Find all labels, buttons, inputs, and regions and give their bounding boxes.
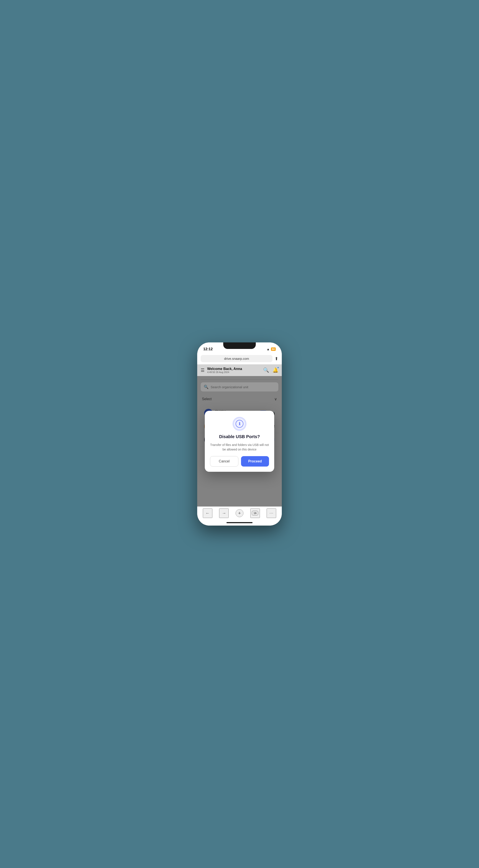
bell-button[interactable]: 🔔 (273, 367, 278, 373)
header-right: 🔍 🔔 (263, 367, 278, 373)
phone-screen: 12:12 ▲ 84 ⬆ ☰ Welcome Back, Anna 4:49:5… (197, 342, 282, 526)
add-tab-button[interactable]: + (235, 509, 244, 517)
home-indicator (197, 520, 282, 526)
phone-frame: 12:12 ▲ 84 ⬆ ☰ Welcome Back, Anna 4:49:5… (197, 342, 282, 526)
modal-description: Transfer of files and folders via USB wi… (210, 443, 269, 452)
more-button[interactable]: ··· (267, 508, 276, 518)
modal-dialog: ℹ Disable USB Ports? Transfer of files a… (205, 411, 274, 472)
status-time: 12:12 (203, 347, 213, 351)
app-content: 🔍 Search organizational unit Select ∨ CD… (197, 376, 282, 506)
url-bar: ⬆ (197, 353, 282, 364)
back-button[interactable]: ← (203, 508, 212, 518)
browser-bottom-bar: ← → + 16 ··· (197, 506, 282, 520)
wifi-icon: ▲ (267, 347, 270, 351)
modal-title: Disable USB Ports? (219, 434, 260, 439)
welcome-text: Welcome Back, Anna (207, 367, 242, 371)
cancel-button[interactable]: Cancel (210, 456, 238, 467)
notification-dot (277, 367, 279, 369)
modal-icon-wrapper: ℹ (232, 417, 247, 431)
modal-overlay: ℹ Disable USB Ports? Transfer of files a… (197, 376, 282, 506)
url-input[interactable] (201, 355, 273, 362)
home-bar (226, 522, 253, 523)
forward-button[interactable]: → (219, 508, 229, 518)
search-icon[interactable]: 🔍 (263, 367, 269, 373)
info-icon: ℹ (235, 420, 244, 428)
tab-count-button[interactable]: 16 (250, 508, 260, 518)
menu-icon[interactable]: ☰ (201, 368, 204, 373)
proceed-button[interactable]: Proceed (241, 456, 269, 467)
status-icons: ▲ 84 (267, 347, 276, 351)
app-header: ☰ Welcome Back, Anna 4:49:50 28 Aug 2024… (197, 364, 282, 376)
tab-count-label: 16 (252, 511, 258, 516)
modal-buttons: Cancel Proceed (210, 456, 269, 467)
header-left: ☰ Welcome Back, Anna 4:49:50 28 Aug 2024 (201, 367, 242, 373)
share-icon[interactable]: ⬆ (275, 356, 278, 361)
battery-indicator: 84 (271, 347, 276, 351)
header-title: Welcome Back, Anna 4:49:50 28 Aug 2024 (207, 367, 242, 373)
notch (223, 342, 256, 349)
info-symbol: ℹ (239, 422, 241, 426)
datetime-text: 4:49:50 28 Aug 2024 (207, 371, 242, 373)
